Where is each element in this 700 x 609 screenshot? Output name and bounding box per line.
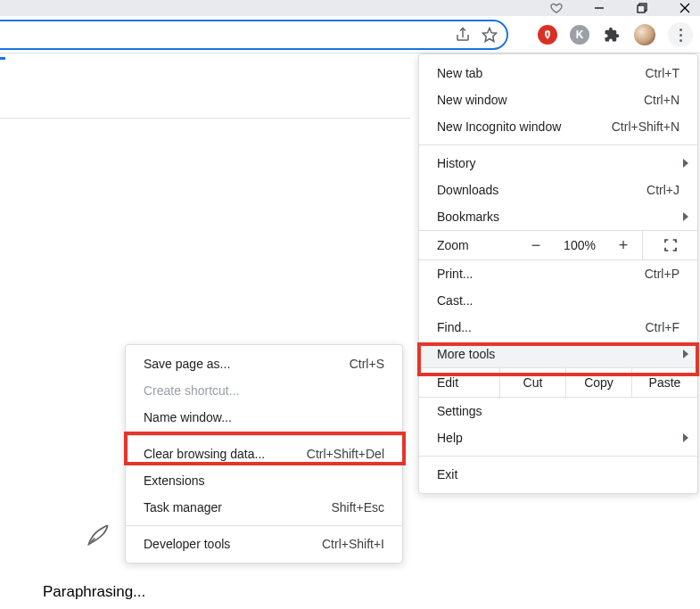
menu-bookmarks[interactable]: Bookmarks [419,203,697,230]
menu-label: Settings [437,404,679,418]
submenu-create-shortcut: Create shortcut... [126,377,402,404]
menu-label: More tools [437,347,679,361]
status-text: Paraphrasing... [43,583,145,601]
submenu-save-page[interactable]: Save page as... Ctrl+S [126,350,402,377]
submenu-clear-browsing-data[interactable]: Clear browsing data... Ctrl+Shift+Del [126,440,402,467]
menu-downloads[interactable]: Downloads Ctrl+J [419,177,697,203]
menu-shortcut: Ctrl+P [645,267,679,281]
extension-k-icon[interactable]: K [570,25,589,45]
submenu-label: Create shortcut... [144,383,384,398]
close-icon[interactable] [679,2,691,14]
toolbar: K [0,16,700,53]
submenu-task-manager[interactable]: Task manager Shift+Esc [126,494,402,521]
menu-label: Print... [437,267,645,281]
menu-label: History [437,156,679,170]
svg-marker-8 [683,212,688,221]
menu-shortcut: Ctrl+N [644,93,679,107]
edit-label: Edit [419,375,499,390]
menu-settings[interactable]: Settings [419,398,697,424]
menu-separator [419,456,697,457]
submenu-label: Save page as... [144,357,350,371]
svg-marker-9 [683,350,688,358]
svg-rect-6 [547,33,548,37]
menu-more-tools[interactable]: More tools [419,341,697,367]
menu-label: New Incognito window [437,119,612,134]
extensions-puzzle-icon[interactable] [602,25,622,45]
menu-label: Bookmarks [437,210,679,224]
chevron-right-icon [683,350,690,358]
copy-button[interactable]: Copy [565,368,631,397]
menu-label: New tab [437,66,646,80]
chrome-menu-button[interactable] [668,22,693,47]
paste-button[interactable]: Paste [631,368,697,397]
submenu-shortcut: Ctrl+Shift+I [322,537,384,551]
zoom-out-button[interactable]: − [517,236,555,255]
extension-ublock-icon[interactable] [538,25,557,45]
menu-edit-row: Edit Cut Copy Paste [419,367,697,398]
menu-help[interactable]: Help [419,424,697,451]
fullscreen-button[interactable] [642,231,697,259]
submenu-label: Task manager [144,500,331,514]
heart-icon[interactable] [550,2,563,14]
menu-label: Help [437,431,679,445]
menu-find[interactable]: Find... Ctrl+F [419,314,697,341]
submenu-shortcut: Ctrl+Shift+Del [307,447,384,461]
omnibox-input[interactable] [0,28,444,42]
submenu-shortcut: Ctrl+S [350,357,384,371]
menu-shortcut: Ctrl+T [646,66,680,80]
submenu-developer-tools[interactable]: Developer tools Ctrl+Shift+I [126,531,402,557]
pen-icon [86,523,111,547]
submenu-name-window[interactable]: Name window... [126,404,402,431]
submenu-separator [126,525,402,526]
menu-shortcut: Ctrl+F [646,320,680,334]
zoom-label: Zoom [419,238,517,252]
profile-avatar[interactable] [634,24,655,45]
menu-exit[interactable]: Exit [419,461,697,488]
omnibox[interactable] [0,20,508,50]
svg-marker-7 [683,159,688,168]
submenu-label: Extensions [144,473,384,488]
menu-new-incognito[interactable]: New Incognito window Ctrl+Shift+N [419,113,697,140]
minimize-icon[interactable] [593,2,605,14]
chevron-right-icon [683,212,690,221]
submenu-shortcut: Shift+Esc [331,500,384,514]
more-tools-submenu: Save page as... Ctrl+S Create shortcut..… [125,344,403,564]
menu-separator [419,144,697,145]
menu-history[interactable]: History [419,150,697,177]
submenu-extensions[interactable]: Extensions [126,467,402,494]
menu-cast[interactable]: Cast... [419,287,697,314]
menu-new-window[interactable]: New window Ctrl+N [419,86,697,113]
submenu-label: Name window... [144,410,384,424]
submenu-separator [126,435,402,436]
menu-label: New window [437,93,644,107]
menu-shortcut: Ctrl+J [646,183,679,197]
menu-shortcut: Ctrl+Shift+N [612,119,679,134]
cut-button[interactable]: Cut [499,368,565,397]
zoom-level: 100% [555,238,605,252]
svg-marker-5 [483,29,497,42]
menu-label: Downloads [437,183,646,197]
zoom-in-button[interactable]: + [605,236,642,255]
share-icon[interactable] [455,27,471,43]
svg-rect-2 [638,5,645,12]
menu-print[interactable]: Print... Ctrl+P [419,260,697,287]
chevron-right-icon [683,159,690,168]
menu-label: Exit [437,467,679,481]
restore-icon[interactable] [636,2,648,14]
window-controls [0,0,700,16]
menu-new-tab[interactable]: New tab Ctrl+T [419,60,697,86]
menu-label: Cast... [437,293,679,308]
menu-zoom-row: Zoom − 100% + [419,230,697,260]
star-icon[interactable] [482,27,498,43]
svg-marker-10 [683,433,688,442]
chevron-right-icon [683,433,690,442]
submenu-label: Clear browsing data... [144,447,307,461]
submenu-label: Developer tools [144,537,322,551]
chrome-main-menu: New tab Ctrl+T New window Ctrl+N New Inc… [418,53,698,494]
menu-label: Find... [437,320,646,334]
